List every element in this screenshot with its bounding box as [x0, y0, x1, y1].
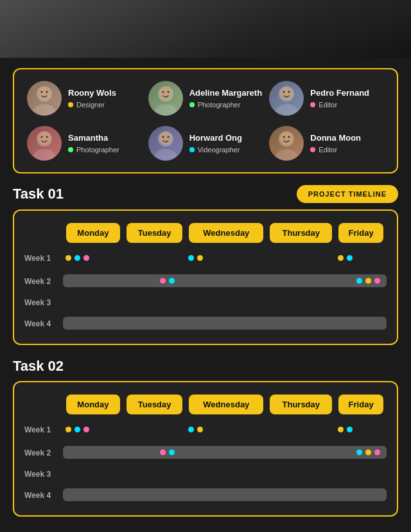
svg-point-11 [275, 104, 298, 116]
dot-group [186, 427, 267, 432]
member-info: Pedro FernandEditor [310, 88, 369, 109]
team-member-2: Adeline MargarethPhotographer [148, 81, 263, 116]
week-label: Week 4 [24, 491, 56, 500]
dot-group [63, 427, 123, 432]
day-header-label: Thursday [270, 395, 332, 414]
timeline-table: MondayTuesdayWednesdayThursdayFridayWeek… [24, 220, 387, 335]
member-name: Horward Ong [189, 133, 242, 144]
bar-dots-left [160, 278, 175, 284]
svg-point-4 [46, 91, 48, 93]
avatar [148, 126, 183, 161]
avatar [148, 81, 183, 116]
day-cell-empty [267, 292, 335, 312]
day-header-label: Wednesday [189, 395, 263, 414]
member-name: Roony Wols [68, 88, 116, 99]
svg-point-19 [46, 136, 48, 138]
member-name: Samantha [68, 133, 119, 144]
bar-cell [63, 483, 387, 506]
progress-bar [63, 446, 387, 459]
timeline-dot-icon [169, 450, 175, 456]
day-cell [63, 418, 123, 441]
member-role: Photographer [68, 146, 119, 154]
timeline-dot-icon [74, 427, 80, 432]
avatar [269, 81, 304, 116]
svg-point-28 [283, 136, 285, 138]
role-label: Photographer [76, 146, 119, 154]
svg-point-3 [41, 91, 43, 93]
table-row: Week 2 [24, 441, 387, 464]
team-member-3: Pedro FernandEditor [269, 81, 384, 116]
svg-point-7 [159, 87, 172, 100]
timeline-dot-icon [374, 278, 380, 284]
timeline-dot-icon [365, 278, 371, 284]
role-label: Editor [319, 101, 337, 109]
week-label: Week 1 [24, 425, 56, 434]
role-dot-icon [68, 147, 73, 152]
task-label: Task 02 [13, 358, 64, 375]
timeline-dot-icon [197, 255, 203, 261]
member-info: Horward OngVideographer [189, 133, 242, 154]
svg-point-27 [280, 132, 293, 145]
timeline-dot-icon [188, 255, 194, 261]
timeline-dot-icon [365, 450, 371, 456]
timeline-dot-icon [169, 278, 175, 284]
bar-dots-right [356, 278, 380, 284]
member-role: Photographer [189, 101, 262, 109]
day-cell-empty [267, 464, 335, 483]
timeline-dot-icon [160, 450, 166, 456]
team-member-4: SamanthaPhotographer [27, 126, 142, 161]
role-dot-icon [310, 147, 315, 152]
day-cell [335, 246, 387, 269]
member-name: Adeline Margareth [189, 88, 262, 99]
day-cell-empty [123, 292, 186, 312]
svg-point-23 [162, 136, 164, 138]
day-header-label: Tuesday [127, 223, 183, 243]
svg-point-22 [159, 132, 172, 145]
timeline-dot-icon [338, 255, 344, 261]
day-header-label: Monday [66, 395, 120, 414]
day-header-label: Monday [66, 223, 120, 243]
svg-point-12 [280, 87, 293, 100]
timeline-dot-icon [347, 427, 353, 432]
day-cell [186, 418, 267, 441]
team-card: Roony WolsDesigner Adeline MargarethPhot… [13, 68, 398, 173]
table-row: Week 1 [24, 246, 387, 269]
role-label: Editor [319, 146, 337, 154]
week-label: Week 2 [24, 448, 56, 457]
table-row: Week 4 [24, 483, 387, 506]
week-label: Week 3 [24, 470, 56, 479]
task-card-task01: MondayTuesdayWednesdayThursdayFridayWeek… [13, 209, 398, 345]
timeline-dot-icon [160, 278, 166, 284]
role-label: Designer [76, 101, 105, 109]
timeline-dot-icon [197, 427, 203, 432]
avatar [27, 126, 62, 161]
member-info: Adeline MargarethPhotographer [189, 88, 262, 109]
bar-cell [63, 312, 387, 335]
role-dot-icon [189, 147, 195, 152]
svg-point-21 [154, 149, 177, 161]
svg-point-16 [33, 149, 56, 161]
member-info: Donna MoonEditor [310, 133, 361, 154]
svg-point-26 [275, 149, 298, 161]
day-header-label: Tuesday [127, 395, 183, 414]
dot-group [335, 255, 387, 261]
day-header-label: Friday [338, 395, 383, 414]
project-timeline-button[interactable]: PROJECT TIMELINE [297, 185, 398, 203]
svg-point-1 [33, 104, 56, 116]
day-cell [123, 246, 186, 269]
timeline-dot-icon [188, 427, 194, 432]
member-role: Videographer [189, 146, 242, 154]
table-row: Week 2 [24, 269, 387, 292]
timeline-dot-icon [66, 255, 71, 261]
role-label: Photographer [198, 101, 241, 109]
task-header-task02: Task 02 [13, 358, 398, 375]
team-grid: Roony WolsDesigner Adeline MargarethPhot… [27, 81, 384, 161]
week-label: Week 2 [24, 277, 56, 286]
day-cell [267, 246, 335, 269]
progress-bar [63, 274, 387, 287]
day-cell [186, 246, 267, 269]
timeline-dot-icon [74, 255, 80, 261]
progress-bar [63, 317, 387, 330]
page-header [0, 0, 411, 58]
role-dot-icon [310, 102, 315, 107]
